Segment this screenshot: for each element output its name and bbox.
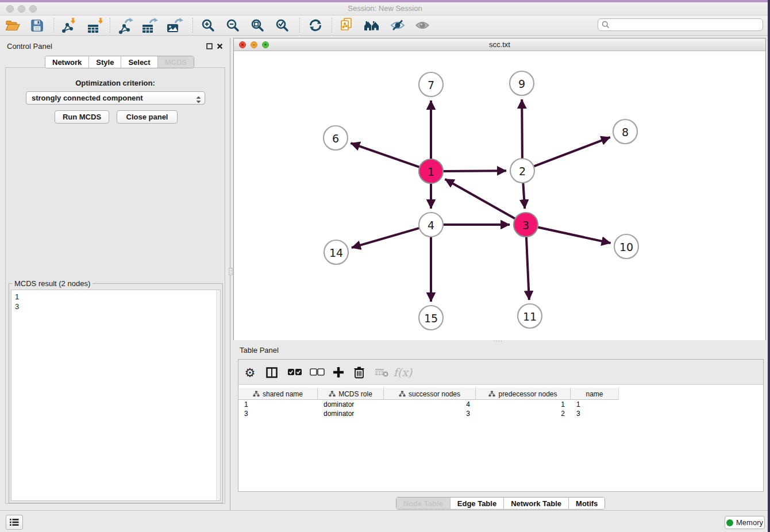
import-network-icon[interactable] — [59, 16, 78, 34]
network-canvas[interactable]: 1234678910111415 — [234, 51, 765, 340]
toolbar-separator — [192, 18, 193, 33]
vertical-splitter-grip[interactable] — [229, 268, 233, 275]
memory-label: Memory — [736, 518, 763, 527]
close-panel-icon[interactable] — [217, 43, 224, 49]
cell-name: 3 — [571, 409, 619, 418]
graph-edge-4-14[interactable] — [352, 228, 421, 248]
toolbar-separator — [110, 18, 110, 33]
graph-node-label-4: 4 — [428, 219, 434, 232]
delete-table-icon[interactable] — [372, 363, 391, 382]
tab-select[interactable]: Select — [121, 56, 157, 68]
column-header-successor-nodes[interactable]: successor nodes — [384, 388, 476, 400]
import-network-ndex-icon[interactable] — [337, 16, 357, 34]
graph-node-label-1: 1 — [428, 165, 434, 178]
graph-edge-2-3[interactable] — [523, 182, 525, 209]
task-history-button[interactable] — [6, 515, 23, 530]
cell-successor-nodes: 3 — [384, 409, 476, 418]
hide-selected-eye-icon[interactable] — [388, 16, 407, 34]
cell-mcds-role: dominator — [318, 400, 384, 409]
main-toolbar — [0, 16, 770, 36]
zoom-out-icon[interactable] — [223, 16, 242, 34]
control-panel: Control Panel NetworkStyleSelectMCDS Opt… — [0, 38, 230, 510]
tab-node-table[interactable]: Node Table — [396, 498, 450, 509]
tab-network[interactable]: Network — [45, 56, 88, 68]
criterion-select[interactable]: strongly connected component — [26, 91, 205, 105]
add-column-icon[interactable] — [329, 363, 348, 382]
save-session-icon[interactable] — [27, 16, 47, 34]
search-field-wrap — [598, 18, 763, 31]
cell-successor-nodes: 4 — [384, 400, 476, 409]
show-columns-icon[interactable] — [262, 363, 282, 382]
deselect-all-icon[interactable] — [307, 363, 327, 382]
export-network-icon[interactable] — [116, 16, 135, 34]
column-header-shared-name[interactable]: shared name — [238, 388, 318, 400]
export-image-icon[interactable] — [165, 16, 185, 34]
tab-style[interactable]: Style — [88, 56, 121, 68]
toolbar-separator — [332, 18, 332, 33]
column-header-predecessor-nodes[interactable]: predecessor nodes — [476, 388, 571, 400]
open-session-icon[interactable] — [3, 16, 22, 34]
memory-button[interactable]: Memory — [725, 516, 765, 529]
select-all-icon[interactable] — [285, 363, 305, 382]
node-table-container: ⚙ — [238, 359, 764, 492]
graph-edge-3-1[interactable] — [445, 179, 516, 219]
graph-node-label-11: 11 — [523, 310, 537, 323]
table-settings-gear-icon[interactable]: ⚙ — [240, 363, 260, 382]
function-builder-icon[interactable]: f(x) — [393, 363, 413, 382]
minimize-window-icon[interactable] — [18, 5, 25, 13]
close-window-icon[interactable] — [6, 5, 14, 13]
column-header-label: MCDS role — [338, 390, 372, 398]
graph-edge-1-6[interactable] — [351, 143, 421, 168]
network-view-title: scc.txt — [234, 38, 765, 51]
graph-node-label-7: 7 — [428, 79, 434, 91]
minimize-view-icon[interactable]: − — [251, 41, 257, 48]
close-view-icon[interactable]: × — [239, 41, 246, 48]
zoom-in-icon[interactable] — [198, 16, 218, 34]
graph-edge-3-11[interactable] — [526, 236, 529, 300]
graph-edge-2-9[interactable] — [522, 99, 522, 160]
zoom-fit-icon[interactable] — [248, 16, 267, 34]
cell-mcds-role: dominator — [318, 409, 384, 418]
float-panel-icon[interactable] — [206, 43, 213, 49]
window-title: Session: New Session — [0, 2, 770, 15]
apply-layout-icon[interactable] — [306, 16, 325, 34]
table-tabs: Node TableEdge TableNetwork TableMotifs — [396, 497, 606, 510]
column-header-name[interactable]: name — [571, 388, 619, 400]
maximize-window-icon[interactable] — [29, 5, 37, 13]
graph-edge-1-2[interactable] — [442, 171, 506, 171]
run-mcds-button[interactable]: Run MCDS — [55, 110, 109, 124]
maximize-view-icon[interactable]: + — [262, 41, 269, 48]
tab-mcds[interactable]: MCDS — [157, 56, 194, 68]
column-header-label: name — [586, 390, 603, 398]
mcds-result-group: MCDS result (2 nodes) 1 3 — [9, 283, 223, 503]
mcds-result-text: 1 3 — [11, 290, 220, 313]
graph-node-label-9: 9 — [518, 78, 525, 90]
graph-node-label-3: 3 — [522, 219, 529, 232]
import-table-icon[interactable] — [86, 16, 105, 34]
graph-edge-2-8[interactable] — [533, 137, 610, 167]
zoom-selected-icon[interactable] — [272, 16, 292, 34]
show-all-eye-icon[interactable] — [413, 16, 432, 34]
close-panel-button[interactable]: Close panel — [117, 110, 178, 124]
mcds-result-area[interactable]: 1 3 — [11, 290, 221, 501]
tab-network-table[interactable]: Network Table — [503, 498, 568, 509]
cell-shared-name: 3 — [238, 409, 318, 418]
delete-column-trash-icon[interactable] — [349, 363, 369, 382]
graph-edge-3-10[interactable] — [537, 227, 611, 243]
search-input[interactable] — [598, 18, 763, 31]
column-header-label: shared name — [263, 390, 303, 398]
table-row[interactable]: 3dominator323 — [238, 409, 619, 418]
table-panel: Table Panel ⚙ — [233, 342, 768, 510]
table-row[interactable]: 1dominator411 — [238, 400, 619, 409]
export-table-icon[interactable] — [140, 16, 160, 34]
tab-motifs[interactable]: Motifs — [568, 498, 605, 509]
graph-node-label-14: 14 — [329, 246, 343, 259]
network-window-titlebar[interactable]: × − + scc.txt — [234, 38, 765, 51]
table-panel-title: Table Panel — [240, 346, 279, 354]
home-icon[interactable] — [362, 16, 382, 34]
memory-status-icon — [726, 519, 733, 526]
column-header-mcds-role[interactable]: MCDS role — [318, 388, 384, 400]
result-scrollbar[interactable] — [216, 290, 220, 500]
tab-edge-table[interactable]: Edge Table — [450, 498, 503, 509]
tree-icon — [488, 391, 495, 397]
